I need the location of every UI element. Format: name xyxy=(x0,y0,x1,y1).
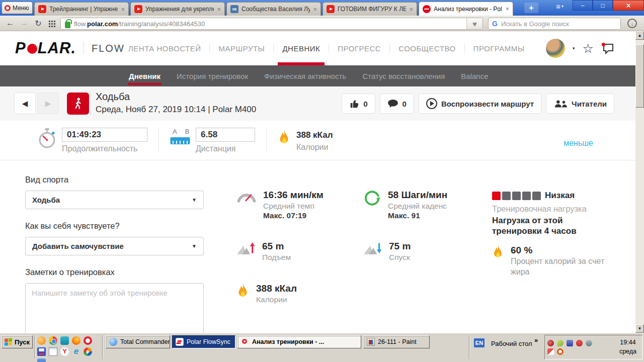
load-square xyxy=(522,192,531,200)
browser-reload-button[interactable]: ↻ xyxy=(32,18,44,29)
readers-button[interactable]: Читатели xyxy=(546,94,614,114)
distance-input[interactable] xyxy=(196,128,255,142)
tray-app-icon-3[interactable] xyxy=(567,340,573,346)
play-route-button[interactable]: Воспроизвести маршрут xyxy=(419,94,541,114)
language-indicator[interactable]: EN xyxy=(474,338,485,347)
tray-app-icon-7[interactable] xyxy=(557,348,564,355)
tab-close-icon[interactable]: × xyxy=(409,6,413,13)
duration-input[interactable] xyxy=(62,128,147,142)
subnav-label: Дневник xyxy=(129,72,160,80)
tab-3[interactable]: VK Сообщества Василия Луки × xyxy=(226,2,321,16)
nav-item-community[interactable]: СООБЩЕСТВО xyxy=(390,31,464,65)
tray-app-icon-2[interactable] xyxy=(557,340,564,346)
nav-item-programs[interactable]: ПРОГРАММЫ xyxy=(465,31,533,65)
tab-active-polar[interactable]: Анализ тренировки - Polar F × xyxy=(419,2,513,16)
task-button-paint[interactable]: 26-111 - Paint xyxy=(363,335,430,348)
task-button-polar-flowsync[interactable]: Polar FlowSync xyxy=(172,335,235,348)
opera-icon[interactable] xyxy=(84,336,92,345)
scroll-down-button[interactable]: ▼ xyxy=(635,324,644,333)
downloads-button[interactable]: ↓ xyxy=(627,19,637,28)
load-label: Тренировочная нагрузка xyxy=(492,204,615,214)
media-player-icon[interactable] xyxy=(84,347,92,356)
notes-textarea[interactable] xyxy=(25,283,204,333)
avatar-caret-icon[interactable]: ▾ xyxy=(573,46,575,51)
sport-select[interactable]: Ходьба ▼ xyxy=(25,191,204,209)
tray-webcam-icon[interactable] xyxy=(586,340,592,346)
start-button[interactable]: Пуск xyxy=(2,335,33,348)
chrome-icon[interactable] xyxy=(49,336,57,345)
save-floppy-icon[interactable] xyxy=(37,347,46,356)
polar-brand[interactable]: P LAR . FLOW xyxy=(15,31,125,65)
search-input[interactable] xyxy=(501,20,620,28)
blue-app-icon[interactable] xyxy=(37,358,46,362)
tab-4[interactable]: ГОТОВИМ ФИГУРУ К ЛЕТУ × xyxy=(323,2,417,16)
browser-menu-button[interactable]: Меню xyxy=(2,2,33,14)
tray-app-icon-6[interactable] xyxy=(547,348,554,355)
window-maximize-button[interactable]: □ xyxy=(593,0,613,11)
tray-app-icon-1[interactable] xyxy=(547,340,554,346)
nav-item-routes[interactable]: МАРШРУТЫ xyxy=(210,31,273,65)
scrollbar-thumb[interactable] xyxy=(635,44,644,108)
like-button[interactable]: 0 xyxy=(342,94,375,114)
tab-close-icon[interactable]: × xyxy=(505,5,509,13)
url-field[interactable]: flow. polar.com /training/analysis/40834… xyxy=(60,18,483,30)
ascent-stat: 65 m Подъем xyxy=(236,240,291,262)
pace-value: 16:36 мин/км xyxy=(263,189,324,201)
nav-item-diary[interactable]: ДНЕВНИК xyxy=(274,31,329,65)
browser-forward-button[interactable]: → xyxy=(18,18,30,29)
polar-main-nav: ЛЕНТА НОВОСТЕЙ МАРШРУТЫ ДНЕВНИК ПРОГРЕСС… xyxy=(120,31,533,65)
tray-antivirus-shield-icon[interactable] xyxy=(576,340,583,346)
notifications-chat-icon[interactable] xyxy=(601,42,614,54)
flashget-icon[interactable] xyxy=(60,336,69,345)
speed-dial-icon[interactable] xyxy=(48,20,55,27)
browser-menu-label: Меню xyxy=(13,5,29,12)
bookmark-heart-button[interactable]: ♥ xyxy=(466,18,482,29)
ascent-value: 65 m xyxy=(262,240,291,252)
subnav-item-balance[interactable]: Balance xyxy=(453,65,496,86)
opera-logo-icon xyxy=(5,5,11,11)
fat-percent-label: Процент калорий за счет жира xyxy=(511,256,614,278)
window-close-button[interactable]: × xyxy=(613,0,644,11)
distance-summary: A B Дистанция xyxy=(170,128,255,153)
tab-close-icon[interactable]: × xyxy=(121,6,125,13)
feeling-select[interactable]: Добавить самочувствие ▼ xyxy=(25,237,204,255)
diary-subnav: Дневник История тренировок Физическая ак… xyxy=(0,65,635,86)
comment-button[interactable]: 0 xyxy=(380,94,414,114)
new-tab-button[interactable]: + xyxy=(524,3,538,13)
subnav-item-recovery-status[interactable]: Статус восстановления xyxy=(354,65,453,86)
task-button-opera-analysis[interactable]: Анализ тренировки - ... xyxy=(237,335,361,348)
vertical-scrollbar[interactable]: ▲ ▼ xyxy=(635,31,644,333)
tab-strip: Трейлраннинг | Упражнени × Упражнения дл… xyxy=(34,2,515,16)
user-avatar[interactable] xyxy=(546,39,565,58)
browser-back-button[interactable]: ← xyxy=(4,18,16,29)
nav-item-news-feed[interactable]: ЛЕНТА НОВОСТЕЙ xyxy=(120,31,209,65)
windows-taskbar: Пуск Y e Total Commander 7.55 r... Polar… xyxy=(0,333,644,362)
window-minimize-button[interactable]: – xyxy=(573,0,593,11)
toolbar-chevron-icon[interactable]: » xyxy=(534,336,538,344)
tab-menu-button[interactable]: ≡ ▾ xyxy=(556,3,564,10)
internet-explorer-icon[interactable]: e xyxy=(72,347,80,356)
previous-training-button[interactable]: ◀ xyxy=(14,93,36,114)
speedometer-icon xyxy=(236,189,257,203)
task-button-total-commander[interactable]: Total Commander 7.55 r... xyxy=(106,335,170,348)
show-less-link[interactable]: меньше xyxy=(564,139,593,148)
tab-1[interactable]: Трейлраннинг | Упражнени × xyxy=(34,2,129,16)
tab-close-icon[interactable]: × xyxy=(217,6,221,13)
subnav-item-activity[interactable]: Физическая активность xyxy=(256,65,354,86)
next-training-button[interactable]: ▶ xyxy=(37,93,59,114)
notes-app-icon[interactable] xyxy=(49,347,57,356)
subnav-item-diary[interactable]: Дневник xyxy=(121,65,169,86)
training-load-stat: Низкая Тренировочная нагрузка Нагрузка о… xyxy=(492,191,615,237)
nav-item-progress[interactable]: ПРОГРЕСС xyxy=(329,31,389,65)
tab-close-icon[interactable]: × xyxy=(313,6,317,13)
firefox-icon[interactable] xyxy=(72,336,80,345)
training-actions: 0 0 Воспроизвести маршрут Читатели xyxy=(342,94,614,114)
calories2-label: Калории xyxy=(256,295,297,305)
tab-2[interactable]: Упражнения для укреплен × xyxy=(130,2,225,16)
favorites-star-icon[interactable]: ☆ xyxy=(583,42,594,55)
scroll-up-button[interactable]: ▲ xyxy=(635,31,644,40)
yandex-icon[interactable]: Y xyxy=(60,347,69,356)
subnav-item-training-history[interactable]: История тренировок xyxy=(169,65,256,86)
daemon-tools-icon[interactable] xyxy=(37,336,46,345)
desktop-toolbar-label[interactable]: Рабочий стол xyxy=(491,340,532,347)
